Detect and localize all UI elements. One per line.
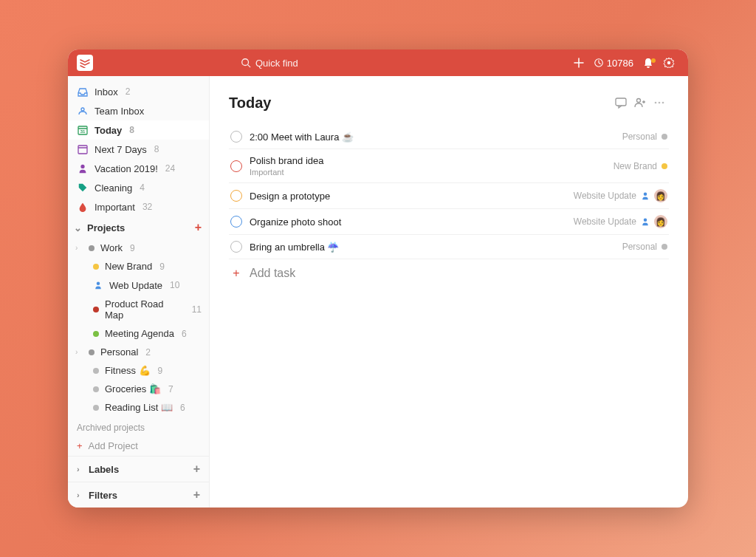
app-body: Inbox 2 Team Inbox 31 Today 8 Next 7 Day… (68, 76, 688, 508)
svg-point-15 (659, 102, 661, 104)
add-task-button[interactable] (568, 57, 589, 69)
add-project-plus-icon[interactable]: + (195, 221, 202, 234)
chevron-down-icon: ⌄ (74, 222, 83, 233)
project-fitness[interactable]: Fitness 💪 9 (68, 361, 209, 380)
project-dot-icon (93, 386, 99, 392)
task-body: Organize photo shoot (250, 216, 341, 228)
filters-label: Filters (89, 490, 117, 501)
add-label-icon[interactable]: + (193, 462, 200, 476)
archived-projects-label[interactable]: Archived projects (68, 417, 209, 436)
svg-point-11 (97, 282, 100, 286)
drop-icon (77, 201, 89, 213)
chevron-right-icon: › (75, 348, 83, 356)
svg-point-10 (80, 165, 84, 168)
vacation-count: 24 (165, 163, 175, 174)
avatar: 👩 (654, 215, 667, 228)
project-personal[interactable]: › Personal 2 (68, 343, 209, 361)
assignee-icon (641, 191, 650, 200)
project-reading[interactable]: Reading List 📖 6 (68, 398, 209, 417)
project-dot-icon (93, 264, 99, 270)
task-meta: Website Update 👩 (574, 189, 667, 202)
more-button[interactable] (650, 94, 669, 112)
task-checkbox[interactable] (230, 216, 242, 228)
next7-label: Next 7 Days (94, 144, 147, 155)
projects-header[interactable]: ⌄ Projects + (68, 216, 209, 239)
svg-point-17 (644, 193, 647, 197)
sidebar-item-today[interactable]: 31 Today 8 (68, 120, 209, 140)
project-roadmap-label: Product Road Map (105, 298, 185, 321)
important-label: Important (94, 202, 135, 213)
add-filter-icon[interactable]: + (193, 488, 200, 502)
task-checkbox[interactable] (230, 160, 242, 172)
task-meta: New Brand (614, 161, 667, 171)
settings-button[interactable] (659, 57, 679, 69)
filters-section[interactable]: › Filters + (68, 482, 209, 508)
comments-button[interactable] (611, 94, 630, 112)
task-row[interactable]: Design a prototype Website Update 👩 (229, 183, 669, 209)
task-row[interactable]: Organize photo shoot Website Update 👩 (229, 209, 669, 235)
main-panel: Today 2:00 Meet with Laura ☕ (210, 76, 688, 508)
app-logo-icon[interactable] (77, 55, 93, 71)
project-dot-icon (93, 405, 99, 411)
svg-point-16 (662, 102, 664, 104)
sidebar-item-vacation[interactable]: Vacation 2019! 24 (68, 159, 209, 178)
svg-point-14 (655, 102, 657, 104)
more-icon (653, 96, 666, 109)
add-task-button[interactable]: + Add task (229, 259, 669, 287)
task-row[interactable]: 2:00 Meet with Laura ☕ Personal (229, 125, 669, 149)
project-meeting-label: Meeting Agenda (105, 328, 174, 339)
share-button[interactable] (630, 94, 650, 112)
person-icon (93, 279, 103, 291)
task-checkbox[interactable] (230, 241, 242, 253)
cleaning-label: Cleaning (94, 182, 132, 194)
add-task-label: Add task (250, 267, 295, 280)
inbox-count: 2 (126, 86, 131, 97)
project-roadmap[interactable]: Product Road Map 11 (68, 295, 209, 324)
project-meeting[interactable]: Meeting Agenda 6 (68, 324, 209, 343)
labels-section[interactable]: › Labels + (68, 456, 209, 482)
important-count: 32 (142, 202, 152, 212)
next7-count: 8 (154, 144, 159, 154)
gear-icon (663, 57, 675, 69)
project-web-update[interactable]: Web Update 10 (68, 276, 209, 295)
task-row[interactable]: Polish brand idea Important New Brand (229, 149, 669, 183)
sidebar-item-cleaning[interactable]: Cleaning 4 (68, 178, 209, 197)
app-window: Quick find 10786 Inbox 2 (68, 49, 688, 508)
karma-counter[interactable]: 10786 (594, 58, 633, 69)
task-project: Personal (622, 242, 657, 252)
today-label: Today (94, 125, 122, 136)
person-icon (77, 163, 89, 174)
svg-rect-12 (616, 98, 626, 106)
task-checkbox[interactable] (230, 131, 242, 143)
sidebar-item-next7[interactable]: Next 7 Days 8 (68, 140, 209, 159)
search-input[interactable]: Quick find (241, 58, 298, 69)
sidebar: Inbox 2 Team Inbox 31 Today 8 Next 7 Day… (68, 76, 210, 508)
sidebar-item-inbox[interactable]: Inbox 2 (68, 82, 209, 101)
karma-value: 10786 (607, 58, 633, 69)
project-work[interactable]: › Work 9 (68, 239, 209, 257)
sidebar-item-important[interactable]: Important 32 (68, 197, 209, 216)
sidebar-item-team-inbox[interactable]: Team Inbox (68, 101, 209, 120)
cleaning-count: 4 (140, 182, 145, 193)
task-body: Polish brand idea Important (250, 155, 323, 177)
add-project-button[interactable]: + Add Project (68, 436, 209, 456)
svg-point-0 (242, 59, 249, 66)
task-text: Organize photo shoot (250, 216, 341, 228)
notifications-button[interactable] (638, 57, 659, 69)
svg-point-4 (81, 108, 84, 111)
project-groceries[interactable]: Groceries 🛍️ 7 (68, 380, 209, 398)
search-placeholder: Quick find (255, 58, 298, 69)
add-project-label: Add Project (89, 440, 138, 451)
project-dot-icon (662, 134, 667, 140)
search-icon (241, 58, 251, 68)
assignee-icon (641, 217, 650, 226)
task-subtext: Important (250, 168, 323, 177)
task-meta: Website Update 👩 (574, 215, 667, 228)
task-text: Design a prototype (250, 191, 330, 202)
project-new-brand[interactable]: New Brand 9 (68, 257, 209, 276)
task-row[interactable]: Bring an umbrella ☔ Personal (229, 235, 669, 259)
project-work-count: 9 (130, 243, 135, 253)
task-checkbox[interactable] (230, 190, 242, 202)
task-body: Bring an umbrella ☔ (250, 242, 340, 253)
task-body: 2:00 Meet with Laura ☕ (250, 131, 354, 143)
